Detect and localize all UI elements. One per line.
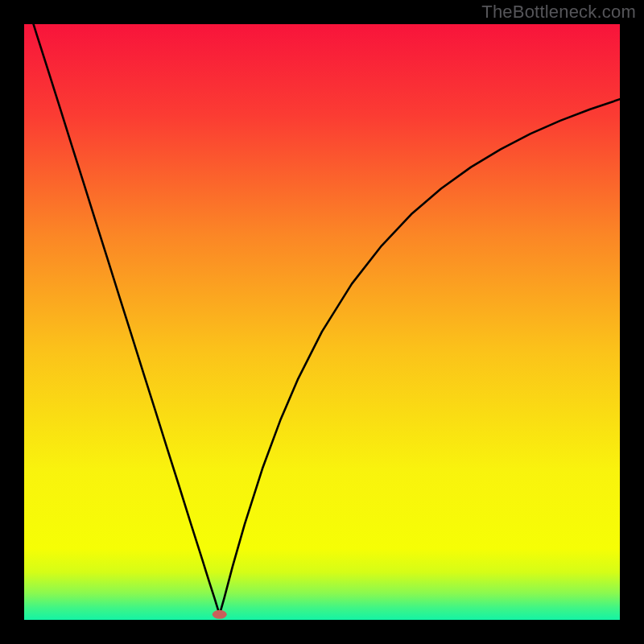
vertex-marker [213,610,227,619]
plot-svg [24,24,620,620]
chart-frame: TheBottleneck.com [0,0,644,644]
watermark-text: TheBottleneck.com [481,2,636,23]
plot-area [24,24,620,620]
gradient-background [24,24,620,620]
